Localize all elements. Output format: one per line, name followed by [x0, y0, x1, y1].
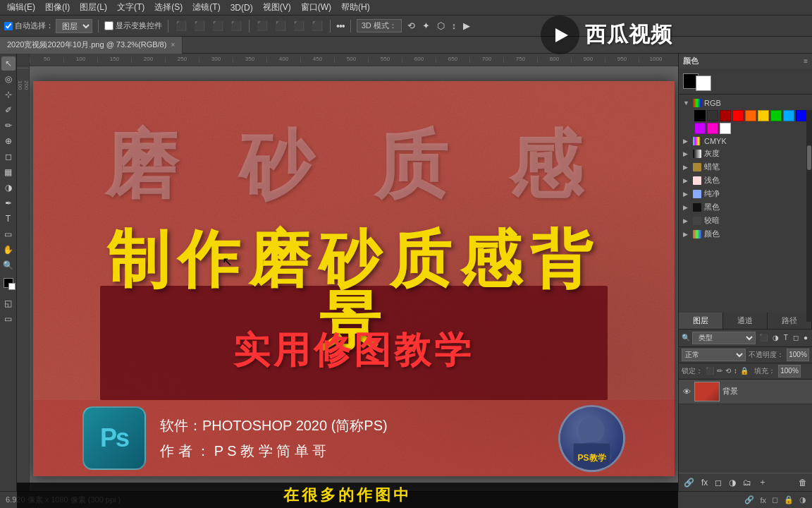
menu-view[interactable]: 视图(V)	[259, 1, 295, 13]
layer-item-background[interactable]: 👁 背景	[679, 380, 812, 404]
menu-select[interactable]: 选择(S)	[150, 1, 187, 13]
menu-edit[interactable]: 编辑(E)	[3, 1, 39, 13]
color-group-pure[interactable]: ▶ 纯净	[679, 187, 812, 200]
swatch-white[interactable]	[720, 123, 731, 134]
bg-color-swatch[interactable]	[8, 283, 16, 290]
filter-text-btn[interactable]: T	[782, 333, 789, 342]
filter-pixel-btn[interactable]: ⬛	[758, 333, 769, 342]
lock-paint-btn[interactable]: ✏	[717, 367, 722, 375]
distribute-right-btn[interactable]: ⬛	[292, 21, 306, 30]
layer-delete-btn[interactable]: 🗑	[796, 477, 809, 488]
color-group-crayon[interactable]: ▶ 蜡笔	[679, 160, 812, 174]
toolbar-icon-5[interactable]: ▶	[462, 21, 472, 30]
gradient-tool[interactable]: ▦	[1, 165, 16, 179]
swatch-green[interactable]	[770, 110, 782, 121]
crop-tool[interactable]: ⊹	[1, 87, 16, 102]
color-group-dark[interactable]: ▶ 较暗	[679, 214, 812, 227]
lock-transparency-btn[interactable]: ⬛	[706, 367, 714, 375]
eraser-tool[interactable]: ◻	[1, 150, 16, 164]
text-tool[interactable]: T	[1, 212, 16, 226]
fg-color-swatch[interactable]	[4, 278, 13, 288]
swatch-red-dark[interactable]	[720, 110, 731, 121]
color-group-cmyk[interactable]: ▶ CMYK	[679, 135, 812, 147]
distribute-left-btn[interactable]: ⬛	[255, 21, 269, 30]
brush-tool[interactable]: ✏	[1, 119, 16, 133]
color-group-colors[interactable]: ▶ 颜色	[679, 227, 812, 241]
color-group-gray[interactable]: ▶ 灰度	[679, 147, 812, 160]
swatch-magenta[interactable]	[694, 123, 706, 134]
align-center-btn[interactable]: ⬛	[192, 21, 207, 30]
video-play-circle[interactable]	[541, 16, 579, 54]
lock-artboard-btn[interactable]: ⟲	[725, 367, 731, 375]
eyedropper-tool[interactable]: ✐	[1, 103, 16, 117]
tab-layers[interactable]: 图层	[679, 313, 723, 329]
lock-position-btn[interactable]: ↕	[734, 367, 737, 375]
dodge-tool[interactable]: ◑	[1, 181, 16, 195]
pen-tool[interactable]: ✒	[1, 196, 16, 210]
tab-paths[interactable]: 路径	[768, 313, 812, 329]
fill-input[interactable]	[778, 365, 801, 377]
blend-mode-select[interactable]: 正常	[682, 349, 746, 361]
swatch-darkgray[interactable]	[707, 110, 718, 121]
swatch-blue[interactable]	[796, 110, 807, 121]
filter-adj-btn[interactable]: ◑	[771, 333, 780, 342]
opacity-input[interactable]	[787, 349, 809, 361]
distribute-center-btn[interactable]: ⬛	[273, 21, 288, 30]
layer-type-filter[interactable]: 类型	[692, 332, 756, 344]
zoom-tool[interactable]: 🔍	[1, 258, 16, 272]
display-controls-checkbox[interactable]	[104, 21, 113, 30]
toolbar-icon-1[interactable]: ⟲	[406, 21, 417, 30]
lock-all-btn[interactable]: 🔒	[740, 367, 749, 375]
tab-channels[interactable]: 通道	[723, 313, 768, 329]
menu-layer[interactable]: 图层(L)	[75, 1, 111, 13]
color-panel-menu-icon[interactable]: ≡	[804, 57, 808, 65]
auto-select-checkbox[interactable]	[4, 22, 13, 30]
move-tool[interactable]: ↖	[1, 56, 16, 71]
quick-mask-tool[interactable]: ◱	[1, 296, 16, 310]
menu-image[interactable]: 图像(I)	[41, 1, 74, 13]
menu-text[interactable]: 文字(T)	[113, 1, 149, 13]
color-group-rgb[interactable]: ▼ RGB	[679, 97, 812, 109]
layer-dropdown[interactable]: 图层	[56, 19, 92, 33]
layer-group-btn[interactable]: 🗂	[741, 477, 753, 488]
shape-tool[interactable]: ▭	[1, 227, 16, 241]
swatch-pink[interactable]	[707, 123, 718, 134]
align-left-btn[interactable]: ⬛	[174, 21, 188, 30]
align-right-btn[interactable]: ⬛	[211, 21, 225, 30]
swatch-orange[interactable]	[745, 110, 756, 121]
menu-window[interactable]: 窗口(W)	[297, 1, 336, 13]
toolbar-icon-3[interactable]: ⬡	[436, 21, 446, 30]
swatch-yellow[interactable]	[758, 110, 769, 121]
swatch-red[interactable]	[732, 110, 744, 121]
screen-mode-tool[interactable]: ▭	[1, 312, 16, 326]
layer-mask-btn[interactable]: ◻	[713, 477, 724, 488]
background-color-swatch[interactable]	[696, 75, 711, 91]
toolbar-icon-2[interactable]: ✦	[421, 21, 431, 30]
align-justify-btn[interactable]: ⬛	[229, 21, 243, 30]
tab-close-btn[interactable]: ×	[171, 41, 175, 49]
more-options-btn[interactable]: •••	[336, 20, 345, 32]
layer-adjustment-btn[interactable]: ◑	[727, 477, 738, 488]
hand-tool[interactable]: ✋	[1, 243, 16, 257]
layer-new-btn[interactable]: ＋	[756, 476, 769, 489]
color-group-light[interactable]: ▶ 浅色	[679, 174, 812, 187]
color-group-black[interactable]: ▶ 黑色	[679, 200, 812, 214]
swatch-black[interactable]	[694, 110, 706, 121]
lasso-tool[interactable]: ◎	[1, 72, 16, 86]
swatch-cyan[interactable]	[783, 110, 794, 121]
menu-help[interactable]: 帮助(H)	[337, 1, 374, 13]
layer-visibility-toggle[interactable]: 👁	[682, 387, 691, 397]
canvas-content[interactable]: 磨 砂 质 感 制作磨砂质感背景 实用修图教学	[30, 66, 678, 491]
layer-fx-btn[interactable]: fx	[699, 477, 710, 488]
ps-canvas[interactable]: 磨 砂 质 感 制作磨砂质感背景 实用修图教学	[33, 81, 675, 476]
menu-filter[interactable]: 滤镜(T)	[188, 1, 224, 13]
menu-3d[interactable]: 3D(D)	[226, 3, 257, 13]
panel-scrollbar[interactable]	[806, 110, 812, 322]
file-tab[interactable]: 2020宽视频2020年10月.png @ 73.2%(RGB/8) ×	[0, 37, 183, 54]
filter-toggle-btn[interactable]: ●	[802, 333, 809, 342]
filter-shape-btn[interactable]: ◻	[792, 333, 800, 342]
layer-link-btn[interactable]: 🔗	[682, 477, 696, 488]
clone-tool[interactable]: ⊕	[1, 134, 16, 148]
distribute-justify-btn[interactable]: ⬛	[310, 21, 324, 30]
toolbar-icon-4[interactable]: ↕	[450, 21, 458, 30]
